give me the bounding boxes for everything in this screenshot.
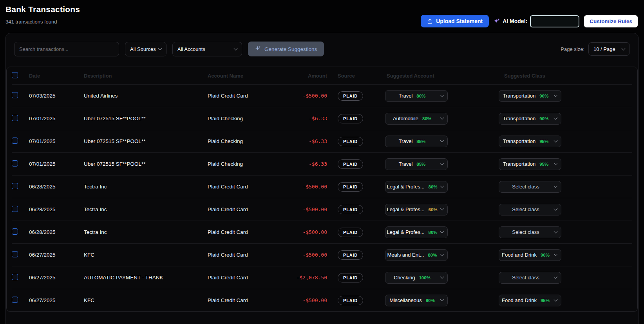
transaction-description: Uber 072515 SF**POOL**: [84, 161, 208, 167]
confidence-percent: 80%: [426, 298, 435, 303]
row-checkbox[interactable]: [12, 115, 18, 121]
column-header-suggested-account: Suggested Account: [385, 73, 499, 79]
transaction-date: 07/03/2025: [29, 93, 84, 99]
row-checkbox[interactable]: [12, 206, 18, 212]
suggested-class-value: Select class: [512, 206, 539, 212]
upload-statement-label: Upload Statement: [436, 18, 483, 24]
row-checkbox[interactable]: [12, 138, 18, 144]
chevron-down-icon: [440, 297, 444, 301]
generate-suggestions-button[interactable]: Generate Suggestions: [248, 42, 324, 56]
table-row: 06/28/2025 Tectra Inc Plaid Credit Card …: [12, 175, 632, 198]
suggested-class-dropdown[interactable]: Select class: [499, 226, 561, 238]
suggested-account-dropdown[interactable]: Legal & Profes... 60%: [385, 204, 448, 215]
page-size-label: Page size:: [561, 46, 584, 52]
source-badge: PLAID: [338, 114, 363, 123]
chevron-down-icon: [440, 275, 444, 279]
source-badge: PLAID: [338, 273, 363, 282]
transaction-amount: -$500.00: [288, 229, 327, 235]
confidence-percent: 95%: [539, 139, 548, 144]
suggested-account-value: Travel: [399, 161, 413, 167]
accounts-select[interactable]: All Accounts: [172, 42, 242, 56]
suggested-account-value: Legal & Profes...: [387, 206, 424, 212]
suggested-account-value: Travel: [399, 93, 413, 99]
suggested-class-dropdown[interactable]: Transportation 95%: [499, 136, 561, 147]
confidence-percent: 90%: [539, 116, 548, 121]
transaction-amount: -$500.00: [288, 184, 327, 190]
transaction-date: 07/01/2025: [29, 161, 84, 167]
page-size-group: Page size: 10 / Page: [561, 42, 630, 56]
row-checkbox[interactable]: [12, 160, 18, 167]
confidence-percent: 90%: [539, 94, 548, 98]
upload-icon: [427, 18, 433, 24]
suggested-class-value: Food and Drink: [502, 297, 537, 303]
select-all-checkbox[interactable]: [12, 72, 18, 78]
row-checkbox[interactable]: [12, 297, 18, 303]
suggested-class-dropdown[interactable]: Food and Drink 90%: [499, 249, 561, 261]
table-row: 06/27/2025 AUTOMATIC PAYMENT - THANK Pla…: [12, 266, 632, 289]
account-name: Plaid Credit Card: [208, 184, 288, 190]
row-checkbox[interactable]: [12, 274, 18, 280]
transaction-amount: -$6.33: [288, 138, 327, 144]
account-name: Plaid Credit Card: [208, 229, 288, 235]
suggested-class-dropdown[interactable]: Select class: [499, 272, 561, 284]
suggested-account-dropdown[interactable]: Legal & Profes... 80%: [385, 181, 448, 193]
transaction-amount: -$6.33: [288, 161, 327, 167]
suggested-class-value: Transportation: [503, 116, 535, 121]
suggested-account-dropdown[interactable]: Checking 100%: [385, 272, 448, 284]
chevron-down-icon: [554, 138, 558, 142]
chevron-down-icon: [440, 116, 444, 119]
table-header-row: Date Description Account Name Amount Sou…: [12, 67, 632, 84]
chevron-down-icon: [554, 297, 558, 301]
suggested-account-dropdown[interactable]: Travel 85%: [385, 136, 448, 147]
ai-model-select[interactable]: [530, 15, 579, 27]
suggested-account-dropdown[interactable]: Travel 85%: [385, 158, 448, 170]
suggested-account-dropdown[interactable]: Automobile 80%: [385, 113, 448, 125]
source-badge: PLAID: [338, 91, 363, 101]
source-badge: PLAID: [338, 159, 363, 169]
sources-select[interactable]: All Sources: [125, 42, 166, 56]
search-input[interactable]: [14, 42, 119, 56]
row-checkbox[interactable]: [12, 92, 18, 98]
suggested-class-dropdown[interactable]: Transportation 90%: [499, 90, 561, 102]
confidence-percent: 85%: [416, 162, 425, 167]
suggested-class-value: Transportation: [503, 93, 535, 99]
suggested-class-value: Select class: [512, 184, 539, 190]
column-header-source: Source: [327, 73, 385, 79]
confidence-percent: 80%: [428, 253, 437, 257]
transaction-date: 06/28/2025: [29, 229, 84, 235]
suggested-account-value: Checking: [394, 275, 415, 281]
suggested-account-dropdown[interactable]: Travel 80%: [385, 90, 448, 102]
suggested-account-dropdown[interactable]: Meals and Ent... 80%: [385, 249, 448, 261]
transaction-date: 07/01/2025: [29, 116, 84, 121]
row-checkbox[interactable]: [12, 228, 18, 235]
customize-rules-button[interactable]: Customize Rules: [584, 15, 638, 27]
suggested-class-dropdown[interactable]: Food and Drink 95%: [499, 295, 561, 306]
row-checkbox[interactable]: [12, 183, 18, 189]
page-size-select[interactable]: 10 / Page: [588, 42, 630, 56]
suggested-class-dropdown[interactable]: Select class: [499, 204, 561, 215]
account-name: Plaid Checking: [208, 138, 288, 144]
upload-statement-button[interactable]: Upload Statement: [421, 15, 489, 27]
suggested-class-dropdown[interactable]: Select class: [499, 181, 561, 193]
confidence-percent: 100%: [419, 275, 430, 280]
transaction-amount: -$6.33: [288, 116, 327, 121]
transaction-date: 06/28/2025: [29, 206, 84, 212]
column-header-description: Description: [84, 73, 208, 79]
transaction-description: Uber 072515 SF**POOL**: [84, 138, 208, 144]
suggested-account-value: Travel: [399, 138, 413, 144]
suggested-class-dropdown[interactable]: Transportation 95%: [499, 158, 561, 170]
confidence-percent: 60%: [429, 207, 438, 212]
source-badge: PLAID: [338, 250, 363, 260]
suggested-class-dropdown[interactable]: Transportation 90%: [499, 113, 561, 125]
column-header-suggested-class: Suggested Class: [499, 73, 632, 79]
transaction-date: 06/27/2025: [29, 275, 84, 281]
suggested-account-dropdown[interactable]: Miscellaneous 80%: [385, 295, 448, 306]
chevron-down-icon: [234, 46, 238, 50]
suggested-account-dropdown[interactable]: Legal & Profes... 80%: [385, 226, 448, 238]
row-checkbox[interactable]: [12, 251, 18, 257]
source-badge: PLAID: [338, 228, 363, 237]
ai-model-label: AI Model:: [503, 18, 527, 24]
header-actions: Upload Statement AI Model: Customize Rul…: [421, 15, 638, 27]
transactions-card: All Sources All Accounts Generate Sugges…: [5, 33, 639, 324]
transaction-date: 06/27/2025: [29, 297, 84, 303]
